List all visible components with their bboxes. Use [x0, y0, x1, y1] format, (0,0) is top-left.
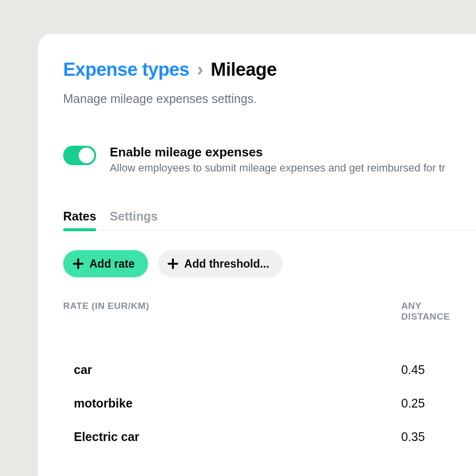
- col-distance-header-line2: DISTANCE: [401, 311, 476, 322]
- table-row[interactable]: car 0.45: [63, 353, 476, 387]
- rate-name: Electric car: [74, 430, 401, 444]
- tabs: Rates Settings: [63, 209, 476, 231]
- settings-card: Expense types › Mileage Manage mileage e…: [38, 34, 476, 476]
- enable-row: Enable mileage expenses Allow employees …: [63, 145, 476, 174]
- plus-icon: [73, 258, 84, 269]
- add-threshold-button[interactable]: Add threshold...: [158, 250, 283, 277]
- action-bar: Add rate Add threshold...: [63, 250, 476, 277]
- enable-title: Enable mileage expenses: [110, 145, 476, 160]
- tab-rates[interactable]: Rates: [63, 209, 96, 230]
- table-body: car 0.45 motorbike 0.25 Electric car 0.3…: [63, 353, 476, 454]
- add-rate-button[interactable]: Add rate: [63, 250, 148, 277]
- add-rate-label: Add rate: [89, 257, 135, 271]
- enable-toggle[interactable]: [63, 146, 96, 165]
- chevron-right-icon: ›: [197, 59, 203, 80]
- plus-icon: [168, 258, 178, 269]
- toggle-knob: [79, 148, 94, 163]
- breadcrumb-current: Mileage: [211, 59, 277, 80]
- rate-value: 0.25: [401, 396, 476, 410]
- add-threshold-label: Add threshold...: [184, 257, 269, 271]
- breadcrumb-parent[interactable]: Expense types: [63, 59, 189, 80]
- enable-text: Enable mileage expenses Allow employees …: [110, 145, 476, 174]
- table-row[interactable]: Electric car 0.35: [63, 420, 476, 454]
- page-subtitle: Manage mileage expenses settings.: [63, 92, 476, 106]
- rate-value: 0.35: [401, 430, 476, 444]
- rate-value: 0.45: [401, 363, 476, 377]
- rates-table: RATE (IN EUR/KM) ANY DISTANCE car 0.45 m…: [63, 301, 476, 454]
- col-distance-header: ANY DISTANCE: [401, 301, 476, 322]
- table-row[interactable]: motorbike 0.25: [63, 387, 476, 420]
- rate-name: car: [74, 363, 401, 377]
- col-rate-header: RATE (IN EUR/KM): [63, 301, 401, 322]
- col-distance-header-line1: ANY: [401, 301, 476, 311]
- enable-description: Allow employees to submit mileage expens…: [110, 162, 476, 174]
- breadcrumb: Expense types › Mileage: [63, 59, 476, 80]
- rate-name: motorbike: [74, 396, 401, 410]
- table-header: RATE (IN EUR/KM) ANY DISTANCE: [63, 301, 476, 322]
- tab-settings[interactable]: Settings: [110, 209, 158, 230]
